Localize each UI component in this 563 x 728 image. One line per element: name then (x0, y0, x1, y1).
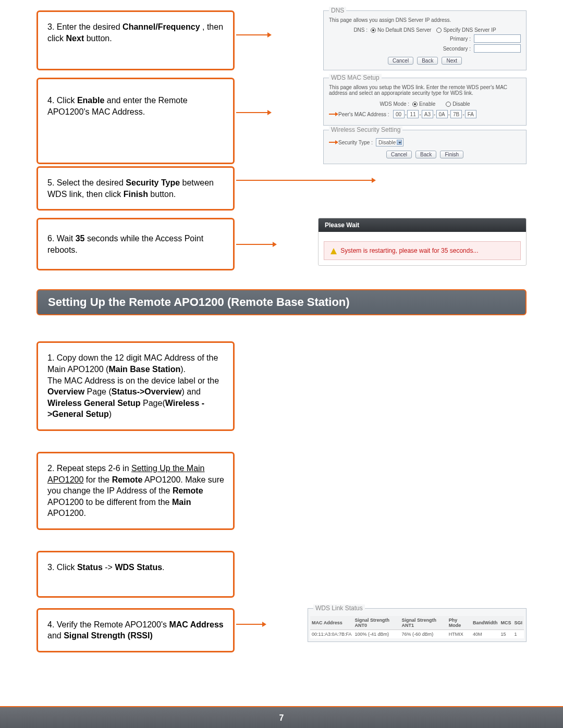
cancel-button[interactable]: Cancel (386, 151, 412, 158)
label: Security Type : (338, 140, 373, 145)
page-footer: 7 (0, 706, 563, 728)
td: HTMIX (447, 630, 471, 638)
chevron-down-icon (397, 140, 402, 145)
mac-input[interactable]: 7B (450, 110, 462, 118)
text: MAC Address (169, 620, 223, 629)
th: Signal Strength ANT1 (400, 616, 447, 630)
dns-opt2: Specify DNS Server IP (443, 27, 496, 33)
th: Phy Mode (447, 616, 471, 630)
step-4-row: 4. Click Enable and enter the Remote APO… (36, 78, 527, 164)
text: Enable (77, 96, 104, 105)
page-number: 7 (279, 713, 284, 722)
text: 4. Click (47, 96, 77, 105)
remote-step-3: 3. Click Status -> WDS Status. (36, 551, 235, 598)
th: MAC Address (310, 616, 353, 630)
select-value: Disable (378, 140, 396, 145)
text: Overview (47, 387, 84, 396)
opt: Disable (452, 101, 470, 107)
text: Security Type (126, 178, 180, 187)
cancel-button[interactable]: Cancel (388, 57, 413, 65)
back-button[interactable]: Back (415, 151, 436, 158)
th: MCS (499, 616, 512, 630)
step-3-instruction: 3. Enter the desired Channel/Frequency ,… (36, 10, 235, 70)
mac-input[interactable]: 11 (407, 110, 419, 118)
wait-head: Please Wait (319, 218, 526, 232)
text: and (47, 631, 64, 640)
step-4-instruction: 4. Click Enable and enter the Remote APO… (36, 78, 235, 164)
text: 4. Verify the Remote APO1200's (47, 620, 169, 629)
connector-arrow (236, 244, 273, 245)
radio-icon[interactable] (371, 28, 376, 33)
mac-input[interactable]: 0A (436, 110, 448, 118)
wds-status-table: MAC Address Signal Strength ANT0 Signal … (310, 616, 524, 638)
text: button. (148, 190, 176, 199)
text: Finish (124, 190, 148, 199)
wds-screenshot: WDS MAC Setup This page allows you setup… (255, 78, 527, 164)
connector-arrow (236, 112, 267, 113)
warning-icon (331, 248, 337, 254)
td: 00:11:A3:0A:7B:FA (310, 630, 353, 638)
td: 40M (471, 630, 499, 638)
text: APO1200. (47, 509, 86, 517)
text: Channel/Frequency (123, 22, 200, 31)
text: 35 (76, 234, 85, 243)
text: Remote (173, 486, 203, 495)
remote-step-2: 2. Repeat steps 2-6 in Setting Up the Ma… (36, 452, 235, 530)
radio-icon[interactable] (412, 102, 418, 107)
label: WDS Mode : (380, 101, 409, 107)
text: Signal Strength (RSSI) (64, 631, 153, 640)
dns-label: DNS : (353, 27, 368, 33)
section-header: Setting Up the Remote APO1200 (Remote Ba… (36, 289, 527, 315)
wds-title: WDS MAC Setup (329, 74, 382, 81)
connector-arrow (236, 34, 267, 35)
radio-icon[interactable] (436, 28, 442, 33)
step-5-row: 5. Select the desired Security Type betw… (36, 166, 527, 211)
step-5-instruction: 5. Select the desired Security Type betw… (36, 166, 235, 211)
dns-opt1: No Default DNS Server (377, 27, 431, 33)
text: 5. Select the desired (47, 178, 126, 187)
secondary-dns-input[interactable] (474, 44, 521, 53)
sec-title: Wireless Security Setting (329, 126, 402, 133)
td: 1 (512, 630, 524, 638)
text: Wireless General Setup (47, 399, 141, 408)
text: Next (66, 34, 84, 43)
text: 3. Enter the desired (47, 22, 123, 31)
text: WDS Status (115, 563, 162, 572)
mac-input[interactable]: FA (465, 110, 476, 118)
mac-input[interactable]: A3 (422, 110, 433, 118)
connector-arrow (236, 180, 372, 181)
step-6-instruction: 6. Wait 35 seconds while the Access Poin… (36, 218, 235, 270)
step-3-row: 3. Enter the desired Channel/Frequency ,… (36, 10, 527, 70)
remote-step-1: 1. Copy down the 12 digit MAC Address of… (36, 341, 235, 431)
finish-button[interactable]: Finish (440, 151, 463, 158)
text: Page( (141, 399, 165, 408)
primary-dns-input[interactable] (474, 34, 521, 43)
back-button[interactable]: Back (417, 57, 438, 65)
radio-icon[interactable] (446, 102, 451, 107)
text: ) and (181, 387, 200, 396)
label: Peer's MAC Address : (338, 112, 389, 117)
table-row: 00:11:A3:0A:7B:FA 100% (-41 dBm) 76% (-6… (310, 630, 524, 638)
label: Secondary : (443, 46, 471, 52)
remote-step-4: 4. Verify the Remote APO1200's MAC Addre… (36, 608, 235, 652)
text: Status->Overview (112, 387, 182, 396)
dns-screenshot: DNS This page allows you assign DNS Serv… (255, 10, 527, 70)
text: Page ( (84, 387, 112, 396)
security-type-select[interactable]: Disable (376, 138, 403, 146)
text: -> (103, 563, 115, 572)
dns-title: DNS (329, 7, 346, 14)
arrow-icon (329, 112, 338, 116)
connector-arrow (236, 624, 262, 625)
text: Remote (112, 475, 143, 484)
td: 76% (-60 dBm) (400, 630, 447, 638)
td: 15 (499, 630, 512, 638)
text: APO1200 to be different from the (47, 498, 172, 507)
wait-msg: System is restarting, please wait for 35… (340, 247, 478, 254)
opt: Enable (419, 101, 435, 107)
next-button[interactable]: Next (442, 57, 462, 65)
th: Signal Strength ANT0 (353, 616, 400, 630)
th: BandWidth (471, 616, 499, 630)
mac-input[interactable]: 00 (393, 110, 405, 118)
wds-status-title: WDS Link Status (313, 604, 365, 612)
dns-desc: This page allows you assign DNS Server I… (329, 17, 521, 23)
